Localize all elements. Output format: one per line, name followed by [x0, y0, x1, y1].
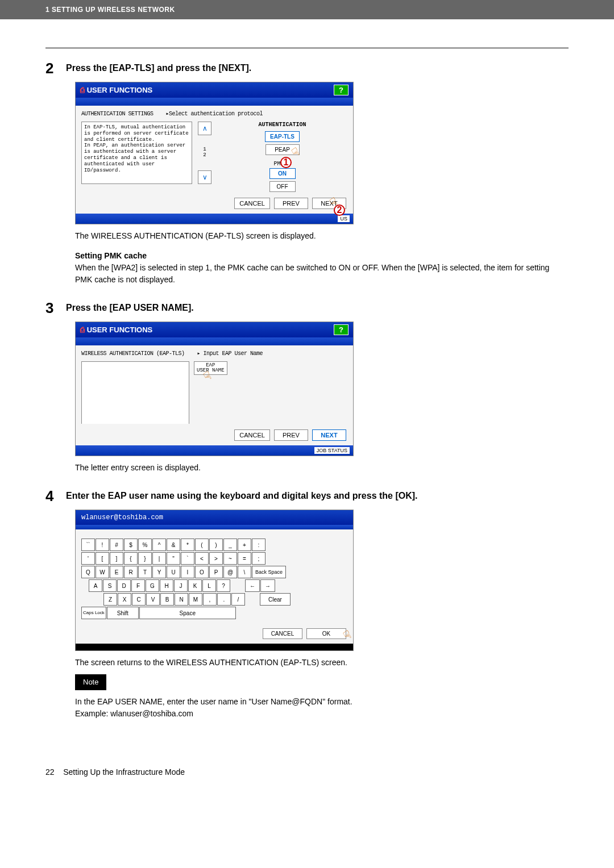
key[interactable]: D: [117, 579, 131, 592]
key-shift[interactable]: Shift: [107, 607, 139, 619]
ok-button[interactable]: OK: [306, 628, 346, 639]
eap-tls-button[interactable]: EAP-TLS: [265, 131, 300, 142]
key[interactable]: C: [132, 593, 146, 606]
prev-button[interactable]: PREV: [274, 429, 308, 441]
key[interactable]: `: [181, 552, 194, 565]
key[interactable]: !: [96, 539, 109, 551]
key[interactable]: R: [124, 566, 138, 578]
cancel-button[interactable]: CANCEL: [263, 628, 302, 639]
key[interactable]: %: [138, 539, 152, 551]
chapter-header: 1 SETTING UP WIRELESS NETWORK: [0, 0, 614, 19]
key[interactable]: :: [252, 539, 265, 551]
prev-button[interactable]: PREV: [274, 198, 308, 209]
key[interactable]: J: [174, 579, 188, 592]
key[interactable]: K: [188, 579, 202, 592]
key[interactable]: ": [167, 552, 180, 565]
help-button[interactable]: ?: [334, 324, 349, 335]
key[interactable]: _: [223, 539, 237, 551]
key[interactable]: U: [167, 566, 180, 578]
status-text: US: [338, 215, 350, 222]
subtitle-left: WIRELESS AUTHENTICATION (EAP-TLS): [81, 350, 185, 357]
key[interactable]: ?: [217, 579, 230, 592]
key[interactable]: ←: [245, 579, 260, 592]
key[interactable]: Q: [81, 566, 95, 578]
key[interactable]: ^: [152, 539, 166, 551]
page-footer: 22 Setting Up the Infrastructure Mode: [0, 750, 614, 794]
key[interactable]: /: [231, 593, 245, 606]
key[interactable]: =: [238, 552, 251, 565]
key[interactable]: .: [217, 593, 231, 606]
key[interactable]: M: [189, 593, 202, 606]
next-button[interactable]: NEXT: [312, 429, 346, 441]
auth-options: AUTHENTICATION EAP-TLS PEAP PMK C ON OFF…: [217, 122, 347, 193]
key[interactable]: I: [181, 566, 194, 578]
key[interactable]: +: [238, 539, 251, 551]
subtitle-right: ▸ Input EAP User Name: [197, 350, 263, 357]
help-button[interactable]: ?: [334, 85, 349, 95]
key[interactable]: W: [96, 566, 109, 578]
key[interactable]: O: [195, 566, 209, 578]
key[interactable]: P: [209, 566, 223, 578]
key-space[interactable]: Space: [139, 607, 236, 619]
description-box: In EAP-TLS, mutual authentication is per…: [81, 122, 192, 184]
key[interactable]: A: [89, 579, 102, 592]
key[interactable]: {: [124, 552, 138, 565]
scroll-up-button[interactable]: ∧: [198, 122, 211, 135]
hand-icon: ☟: [289, 145, 302, 160]
key[interactable]: $: [124, 539, 138, 551]
key[interactable]: ': [81, 552, 95, 565]
subtitle-right: ▸Select authentication protocol: [166, 111, 263, 117]
key[interactable]: @: [223, 566, 237, 578]
key[interactable]: →: [260, 579, 275, 592]
job-status-button[interactable]: JOB STATUS: [314, 447, 350, 454]
key[interactable]: ;: [252, 552, 265, 565]
key[interactable]: ,: [203, 593, 217, 606]
key[interactable]: [: [96, 552, 109, 565]
key[interactable]: ]: [110, 552, 123, 565]
key[interactable]: ~: [223, 552, 237, 565]
username-field-button[interactable]: EAP USER NAME ☟: [194, 361, 227, 424]
key[interactable]: ): [209, 539, 223, 551]
key-capslock[interactable]: Caps Lock: [81, 607, 106, 619]
key[interactable]: B: [160, 593, 174, 606]
key[interactable]: #: [110, 539, 123, 551]
key[interactable]: N: [175, 593, 188, 606]
callout-1: 1: [280, 157, 292, 168]
key[interactable]: F: [131, 579, 145, 592]
key[interactable]: Clear: [260, 593, 291, 606]
scroll-column: ∧ 1 2 ∨: [198, 122, 211, 184]
cancel-button[interactable]: CANCEL: [234, 429, 270, 441]
key[interactable]: >: [209, 552, 223, 565]
key[interactable]: H: [160, 579, 173, 592]
pmk-on-button[interactable]: ON: [269, 168, 296, 179]
key[interactable]: <: [195, 552, 209, 565]
scroll-down-button[interactable]: ∨: [198, 170, 211, 184]
key[interactable]: *: [181, 539, 194, 551]
dialog-footer: CANCEL PREV NEXT 2 ☟: [76, 193, 353, 214]
kb-row-6: Caps Lock Shift Space: [81, 607, 347, 619]
key[interactable]: &: [167, 539, 180, 551]
key[interactable]: |: [152, 552, 166, 565]
step-title: Press the [EAP USER NAME].: [66, 299, 194, 317]
key[interactable]: \: [238, 566, 251, 578]
key[interactable]: X: [118, 593, 131, 606]
key[interactable]: L: [202, 579, 216, 592]
pmk-text: When the [WPA2] is selected in step 1, t…: [75, 262, 569, 286]
key[interactable]: Y: [152, 566, 166, 578]
key[interactable]: E: [110, 566, 123, 578]
key[interactable]: }: [138, 552, 152, 565]
auth-label: AUTHENTICATION: [217, 122, 347, 128]
page-footer-title: Setting Up the Infrastructure Mode: [63, 767, 185, 777]
key[interactable]: V: [146, 593, 160, 606]
key[interactable]: T: [138, 566, 152, 578]
key[interactable]: ``: [81, 539, 95, 551]
key[interactable]: Z: [103, 593, 117, 606]
key[interactable]: G: [146, 579, 159, 592]
key[interactable]: (: [195, 539, 209, 551]
pmk-off-button[interactable]: OFF: [269, 181, 296, 192]
key[interactable]: Back Space: [252, 566, 286, 578]
cancel-button[interactable]: CANCEL: [234, 198, 270, 209]
key[interactable]: S: [103, 579, 117, 592]
page-indicator: 1 2: [203, 147, 206, 158]
step-4-result: The screen returns to the WIRELESS AUTHE…: [75, 657, 569, 669]
